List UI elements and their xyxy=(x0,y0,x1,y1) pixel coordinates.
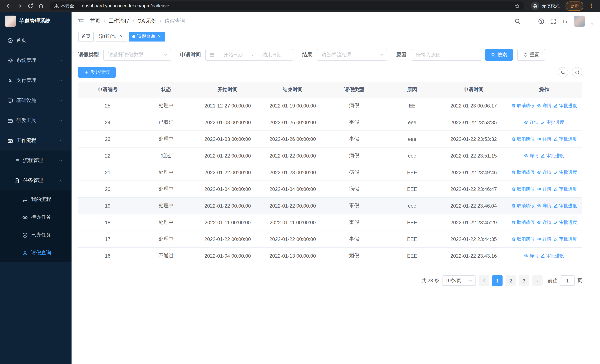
sidebar-item-devtools[interactable]: 研发工具 xyxy=(0,111,72,131)
cancel-action-link[interactable]: 取消请假 xyxy=(511,103,535,109)
sidebar-item-home[interactable]: 首页 xyxy=(0,30,72,50)
bookmark-star-icon[interactable] xyxy=(514,3,520,9)
cell-start_time: 2022-01-04 00:00:00 xyxy=(195,181,260,197)
search-submit-button[interactable]: 搜索 xyxy=(485,49,513,61)
tab-leave-query[interactable]: 请假查询× xyxy=(129,32,165,41)
next-page-button[interactable] xyxy=(532,275,543,286)
update-button[interactable]: 更新 xyxy=(565,1,583,10)
chevron-up-icon xyxy=(58,139,63,142)
detail-action-link[interactable]: 详情 xyxy=(537,103,552,109)
browser-menu-button[interactable] xyxy=(586,1,596,11)
progress-action-link[interactable]: 审批进度 xyxy=(541,253,564,259)
progress-action-link[interactable]: 审批进度 xyxy=(554,236,577,242)
page-number-1[interactable]: 1 xyxy=(492,275,503,286)
detail-action-link[interactable]: 详情 xyxy=(524,119,539,125)
browser-home-button[interactable] xyxy=(36,1,46,11)
sidebar-toggle-button[interactable] xyxy=(77,18,84,24)
cancel-action-link[interactable]: 取消请假 xyxy=(511,236,535,242)
address-bar[interactable]: 不安全 dashboard.yudao.iocoder.cn/bpm/oa/le… xyxy=(50,1,525,10)
cell-actions: 详情审批进度 xyxy=(506,147,582,164)
detail-action-link[interactable]: 详情 xyxy=(537,169,552,176)
edit-icon xyxy=(554,204,558,208)
sidebar-item-label: 基础设施 xyxy=(16,97,58,104)
sidebar-item-my-process[interactable]: 我的流程 xyxy=(0,191,72,208)
breadcrumb-item[interactable]: 首页 xyxy=(90,18,100,24)
app-logo[interactable]: 芋道管理系统 xyxy=(0,12,72,30)
column-header: 请假类型 xyxy=(325,82,383,97)
breadcrumb-item[interactable]: 工作流程 xyxy=(109,18,129,24)
table-row: 25处理中2021-12-27 00:00:002022-01-19 00:00… xyxy=(78,97,582,114)
progress-action-link[interactable]: 审批进度 xyxy=(554,203,577,209)
goto-page-input[interactable] xyxy=(560,275,575,286)
page-number-3[interactable]: 3 xyxy=(519,275,529,286)
detail-action-link[interactable]: 详情 xyxy=(537,203,552,209)
close-icon[interactable]: × xyxy=(119,34,124,39)
prev-page-button[interactable] xyxy=(479,275,489,286)
detail-action-link[interactable]: 详情 xyxy=(537,236,552,242)
reason-input[interactable] xyxy=(411,49,481,61)
cancel-action-link[interactable]: 取消请假 xyxy=(511,169,535,176)
sidebar-item-infrastructure[interactable]: 基础设施 xyxy=(0,90,72,111)
progress-action-link[interactable]: 审批进度 xyxy=(554,103,577,109)
user-avatar[interactable] xyxy=(574,16,585,27)
sidebar-item-process-management[interactable]: 流程管理 xyxy=(0,150,72,170)
browser-refresh-button[interactable] xyxy=(25,1,35,11)
sidebar-item-payment[interactable]: ¥支付管理 xyxy=(0,70,72,90)
page-size-select[interactable]: 10条/页 xyxy=(442,275,476,286)
breadcrumb-item[interactable]: OA 示例 xyxy=(138,18,157,24)
cancel-action-link[interactable]: 取消请假 xyxy=(511,219,535,225)
font-size-button[interactable]: TT xyxy=(562,18,568,24)
browser-forward-button[interactable] xyxy=(14,1,24,11)
apply-time-range-picker[interactable]: 开始日期 - 结束日期 xyxy=(205,49,293,61)
detail-action-link[interactable]: 详情 xyxy=(524,253,539,259)
table-refresh-button[interactable] xyxy=(572,67,582,77)
progress-action-link[interactable]: 审批进度 xyxy=(554,186,577,192)
progress-action-link[interactable]: 审批进度 xyxy=(554,169,577,176)
reset-button[interactable]: 重置 xyxy=(517,49,545,61)
sidebar-item-system[interactable]: 系统管理 xyxy=(0,50,72,70)
leave-type-select[interactable]: 请选择请假类型 xyxy=(103,49,171,61)
help-button[interactable] xyxy=(538,18,544,24)
page-number-2[interactable]: 2 xyxy=(506,275,516,286)
header-search-button[interactable] xyxy=(514,18,521,24)
security-chip[interactable]: 不安全 xyxy=(54,3,74,9)
sidebar-item-task-management[interactable]: 任务管理 xyxy=(0,170,72,191)
sidebar-item-workflow[interactable]: 工作流程 xyxy=(0,131,72,150)
chat-icon xyxy=(22,197,28,202)
cancel-action-link[interactable]: 取消请假 xyxy=(511,203,535,209)
detail-action-link[interactable]: 详情 xyxy=(524,152,539,159)
detail-action-link[interactable]: 详情 xyxy=(537,219,552,225)
cell-id: 17 xyxy=(78,231,137,247)
result-select[interactable]: 请选择流结果 xyxy=(317,49,387,61)
sidebar-item-leave-query[interactable]: 请假查询 xyxy=(0,244,72,262)
detail-action-link[interactable]: 详情 xyxy=(537,136,552,142)
top-navbar: 首页/工作流程/OA 示例/请假查询 TT xyxy=(72,12,600,30)
edit-icon xyxy=(541,253,545,258)
cell-status: 处理中 xyxy=(137,214,195,231)
caret-down-icon[interactable] xyxy=(590,22,594,26)
sidebar-item-todo-task[interactable]: 待办任务 xyxy=(0,208,72,226)
apply-time-filter: 申请时间 开始日期 - 结束日期 xyxy=(180,49,293,61)
cell-actions: 取消请假详情审批进度 xyxy=(506,97,582,114)
select-placeholder: 请选择请假类型 xyxy=(108,52,143,58)
cancel-action-link[interactable]: 取消请假 xyxy=(511,186,535,192)
tab-home[interactable]: 首页 xyxy=(78,32,94,41)
sidebar-item-done-task[interactable]: 已办任务 xyxy=(0,226,72,244)
progress-action-link[interactable]: 审批进度 xyxy=(554,136,577,142)
close-icon[interactable]: × xyxy=(157,34,162,39)
arrow-right-icon xyxy=(535,278,540,283)
fullscreen-button[interactable] xyxy=(550,18,556,24)
detail-action-link[interactable]: 详情 xyxy=(537,186,552,192)
github-link[interactable] xyxy=(526,18,533,24)
table-search-button[interactable] xyxy=(558,67,568,77)
browser-back-button[interactable] xyxy=(4,1,14,11)
tab-process-detail[interactable]: 流程详情× xyxy=(96,32,127,41)
cell-apply_time: 2022-01-22 23:49:46 xyxy=(441,164,506,181)
progress-action-link[interactable]: 审批进度 xyxy=(541,152,564,159)
progress-action-link[interactable]: 审批进度 xyxy=(541,119,564,125)
cancel-action-link[interactable]: 取消请假 xyxy=(511,136,535,142)
cell-reason: eee xyxy=(383,197,441,214)
progress-action-link[interactable]: 审批进度 xyxy=(554,219,577,225)
create-leave-button[interactable]: 发起请假 xyxy=(78,67,116,78)
reason-filter: 原因 xyxy=(396,49,481,61)
